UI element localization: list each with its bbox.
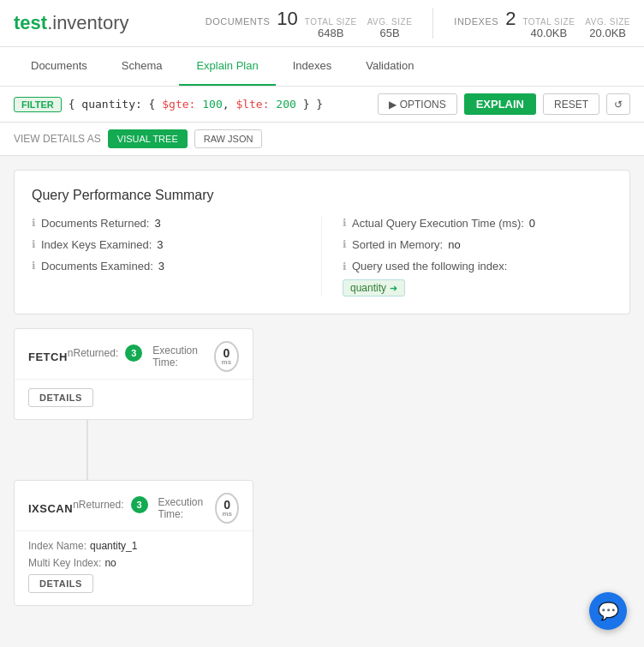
fetch-details-button[interactable]: DETAILS: [28, 388, 93, 407]
options-arrow-icon: ▶: [389, 99, 397, 111]
idx-total-size-label: TOTAL SIZE: [522, 17, 575, 27]
view-toggle-bar: VIEW DETAILS AS VISUAL TREE RAW JSON: [0, 123, 644, 156]
fetch-title: FETCH: [28, 350, 68, 363]
idx-total-size-value: 40.0KB: [531, 27, 568, 39]
documents-stat: DOCUMENTS 10 TOTAL SIZE 648B AVG. SIZE 6…: [206, 8, 412, 39]
total-size-label: TOTAL SIZE: [305, 17, 357, 27]
index-tag-arrow-icon: ➜: [390, 283, 397, 294]
reset-button[interactable]: RESET: [543, 93, 599, 115]
stat-divider: [432, 8, 433, 39]
idx-avg-size-stat: AVG. SIZE 20.0KB: [585, 17, 630, 39]
indexes-sub: TOTAL SIZE 40.0KB AVG. SIZE 20.0KB: [522, 17, 630, 39]
options-label: OPTIONS: [400, 99, 446, 111]
documents-label: DOCUMENTS: [206, 16, 270, 27]
ixscan-nreturned-row: nReturned: 3: [73, 496, 147, 513]
docs-examined-value: 3: [158, 260, 164, 273]
sorted-label: Sorted in Memory:: [352, 238, 443, 251]
index-keys-label: Index Keys Examined:: [41, 238, 152, 251]
fetch-time-circle: 0 ms: [214, 341, 239, 372]
tab-explain-plan[interactable]: Explain Plan: [179, 47, 275, 86]
avg-size-label: AVG. SIZE: [367, 17, 413, 27]
view-details-label: VIEW DETAILS AS: [14, 133, 101, 145]
ixscan-stats: nReturned: 3 Execution Time: 0 ms: [73, 493, 239, 524]
ixscan-time-circle: 0 ms: [215, 493, 239, 524]
chat-bubble[interactable]: 💬: [589, 592, 627, 630]
raw-json-button[interactable]: RAW JSON: [194, 129, 263, 148]
main-content: Query Performance Summary ℹ Documents Re…: [0, 156, 644, 647]
fetch-exec-time-label: Execution Time:: [152, 344, 210, 368]
ixscan-index-name-value: quantity_1: [90, 540, 137, 552]
history-button[interactable]: ↺: [606, 93, 630, 115]
idx-avg-size-value: 20.0KB: [589, 27, 626, 39]
filter-bar: FILTER { quantity: { $gte: 100, $lte: 20…: [0, 87, 644, 123]
ixscan-body: Index Name: quantity_1 Multi Key Index: …: [15, 531, 253, 605]
logo-rest: .inventory: [47, 12, 128, 33]
index-tag[interactable]: quantity ➜: [343, 279, 405, 297]
tab-indexes[interactable]: Indexes: [276, 47, 349, 86]
ixscan-time-unit: ms: [222, 511, 232, 518]
fetch-exec-time: Execution Time: 0 ms: [152, 341, 239, 372]
fetch-stats: nReturned: 3 Execution Time: 0 ms: [68, 341, 239, 372]
visual-tree-button[interactable]: VISUAL TREE: [108, 129, 188, 148]
ixscan-details-button[interactable]: DETAILS: [28, 574, 93, 593]
chat-icon: 💬: [598, 601, 619, 621]
ixscan-multi-key-value: no: [104, 557, 116, 569]
ixscan-exec-time: Execution Time: 0 ms: [158, 493, 240, 524]
header-stats: DOCUMENTS 10 TOTAL SIZE 648B AVG. SIZE 6…: [206, 8, 630, 39]
tab-documents[interactable]: Documents: [14, 47, 104, 86]
docs-returned-row: ℹ Documents Returned: 3: [32, 217, 304, 230]
fetch-body: DETAILS: [15, 380, 253, 419]
total-size-value: 648B: [318, 27, 343, 39]
indexes-stat: INDEXES 2 TOTAL SIZE 40.0KB AVG. SIZE 20…: [454, 8, 630, 39]
nav-tabs: Documents Schema Explain Plan Indexes Va…: [0, 47, 644, 87]
index-keys-info-icon: ℹ: [32, 238, 36, 250]
docs-examined-info-icon: ℹ: [32, 260, 36, 272]
tab-validation[interactable]: Validation: [349, 47, 431, 86]
exec-time-label: Actual Query Execution Time (ms):: [352, 217, 524, 230]
explain-button[interactable]: EXPLAIN: [464, 93, 536, 115]
fetch-time-unit: ms: [222, 359, 232, 366]
indexes-count: 2: [505, 8, 516, 30]
logo[interactable]: test.inventory: [14, 12, 129, 34]
filter-query[interactable]: { quantity: { $gte: 100, $lte: 200 } }: [69, 98, 371, 111]
idx-avg-size-label: AVG. SIZE: [585, 17, 630, 27]
ixscan-nreturned-label: nReturned:: [73, 499, 123, 511]
fetch-nreturned-label: nReturned:: [68, 347, 118, 359]
index-used-info-icon: ℹ: [343, 261, 347, 273]
logo-brand: test: [14, 12, 47, 33]
options-button[interactable]: ▶ OPTIONS: [378, 93, 457, 115]
ixscan-header: IXSCAN nReturned: 3 Execution Time: 0 ms: [15, 481, 253, 531]
filter-actions: ▶ OPTIONS EXPLAIN RESET ↺: [378, 93, 630, 115]
docs-examined-label: Documents Examined:: [41, 260, 153, 273]
ixscan-title: IXSCAN: [28, 502, 73, 515]
documents-sub: TOTAL SIZE 648B AVG. SIZE 65B: [305, 17, 413, 39]
ixscan-multi-key-label: Multi Key Index:: [28, 557, 101, 569]
index-keys-value: 3: [157, 238, 163, 251]
header: test.inventory DOCUMENTS 10 TOTAL SIZE 6…: [0, 0, 644, 47]
indexes-label: INDEXES: [454, 16, 498, 27]
avg-size-stat: AVG. SIZE 65B: [367, 17, 413, 39]
docs-returned-value: 3: [154, 217, 160, 230]
summary-right-col: ℹ Actual Query Execution Time (ms): 0 ℹ …: [322, 217, 612, 297]
ixscan-node: IXSCAN nReturned: 3 Execution Time: 0 ms: [14, 480, 253, 606]
index-used-label: Query used the following index:: [352, 260, 507, 273]
sorted-row: ℹ Sorted in Memory: no: [343, 238, 612, 251]
summary-left-col: ℹ Documents Returned: 3 ℹ Index Keys Exa…: [32, 217, 322, 297]
sorted-value: no: [448, 238, 460, 251]
sorted-info-icon: ℹ: [343, 238, 347, 250]
docs-examined-row: ℹ Documents Examined: 3: [32, 260, 304, 273]
tab-schema[interactable]: Schema: [104, 47, 180, 86]
summary-title: Query Performance Summary: [32, 188, 612, 203]
exec-time-value: 0: [529, 217, 535, 230]
filter-badge[interactable]: FILTER: [14, 97, 62, 112]
documents-count: 10: [277, 8, 297, 30]
fetch-node: FETCH nReturned: 3 Execution Time: 0 ms: [14, 328, 253, 420]
summary-card: Query Performance Summary ℹ Documents Re…: [14, 170, 630, 315]
tree-connector: [86, 420, 88, 480]
ixscan-time-value: 0: [224, 499, 230, 511]
index-tag-name: quantity: [350, 282, 386, 294]
fetch-time-value: 0: [223, 347, 230, 359]
idx-total-size-stat: TOTAL SIZE 40.0KB: [522, 17, 575, 39]
ixscan-exec-time-label: Execution Time:: [158, 496, 212, 520]
summary-grid: ℹ Documents Returned: 3 ℹ Index Keys Exa…: [32, 217, 612, 297]
